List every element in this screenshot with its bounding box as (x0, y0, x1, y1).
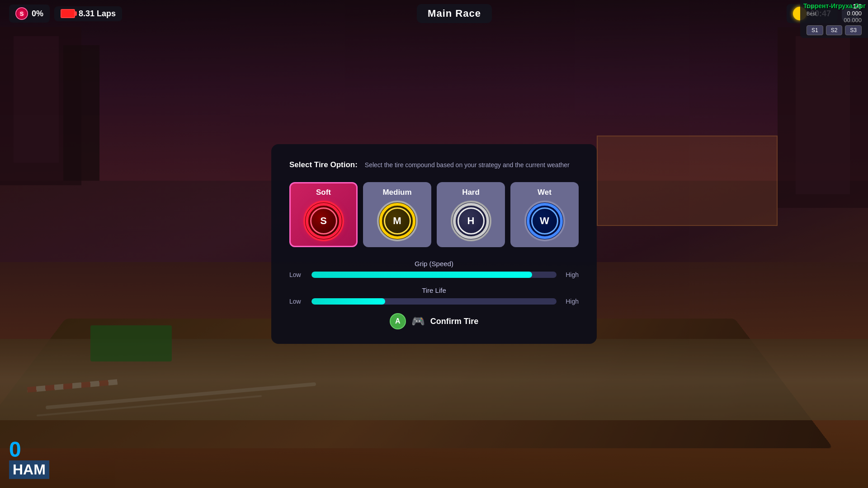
tire-s-letter: S (20, 10, 24, 17)
tire-life-label: Tire Life (289, 286, 579, 294)
best-time: 0.000 (847, 10, 862, 17)
modal-title: Select Tire Option: (289, 160, 358, 169)
tire-selection-modal: Select Tire Option: Select the tire comp… (271, 144, 597, 344)
race-mode-label: Main Race (417, 4, 492, 23)
tire-life-low-label: Low (289, 298, 305, 305)
tire-wet-icon: W (524, 201, 565, 241)
tire-life-bar-track (311, 298, 557, 305)
driver-info: 0 HAM (9, 439, 49, 479)
hud-top-bar: S 0% 8.31 Laps Main Race 00:47 ☁ (0, 0, 868, 27)
watermark: Торрент-Игруха.Орг (803, 2, 866, 9)
sector-2-btn: S2 (826, 25, 843, 35)
tire-options-container: Soft S Medium M Hard (289, 182, 579, 247)
sector-1-btn: S1 (807, 25, 823, 35)
tire-wet-label: Wet (538, 188, 552, 197)
confirm-section[interactable]: A 🎮 Confirm Tire (289, 313, 579, 329)
tire-soft-ring: S (306, 203, 342, 239)
confirm-controller-icon: 🎮 (411, 315, 425, 328)
tire-wet-letter: W (540, 215, 549, 227)
driver-name: HAM (9, 460, 49, 479)
grip-stat-row: Grip (Speed) Low High (289, 260, 579, 278)
sector-3-btn: S3 (845, 25, 862, 35)
tire-soft-label: Soft (316, 188, 331, 197)
tire-medium-icon: M (377, 201, 418, 241)
tire-option-soft[interactable]: Soft S (289, 182, 358, 247)
stats-section: Grip (Speed) Low High Tire Life Low (289, 260, 579, 305)
laps-indicator: 8.31 Laps (54, 6, 122, 21)
modal-subtitle: Select the tire compound based on your s… (365, 161, 570, 169)
tire-s-icon: S (15, 7, 28, 20)
tire-hard-letter: H (467, 215, 475, 227)
tire-soft-letter: S (320, 215, 327, 227)
tire-percentage: 0% (32, 9, 43, 19)
tire-life-bar-fill (311, 298, 385, 305)
confirm-label: Confirm Tire (430, 317, 479, 326)
grip-high-label: High (563, 271, 579, 278)
modal-overlay: Select Tire Option: Select the tire comp… (0, 0, 868, 488)
hud-left-section: S 0% 8.31 Laps (9, 5, 122, 23)
tire-hard-icon: H (451, 201, 491, 241)
battery-icon (61, 9, 75, 18)
best-time-full: 00.000 (844, 17, 862, 23)
grip-bar-track (311, 272, 557, 278)
tire-hard-ring: H (453, 203, 489, 239)
tire-option-hard[interactable]: Hard H (437, 182, 505, 247)
grip-label: Grip (Speed) (289, 260, 579, 267)
tire-soft-icon: S (303, 201, 344, 241)
tire-medium-ring: M (379, 203, 415, 239)
tire-medium-label: Medium (382, 188, 411, 197)
driver-position: 0 (9, 439, 49, 460)
confirm-a-button[interactable]: A (390, 313, 406, 329)
tire-life-bar-container: Low High (289, 298, 579, 305)
modal-header: Select Tire Option: Select the tire comp… (289, 160, 579, 169)
tire-option-medium[interactable]: Medium M (363, 182, 431, 247)
tire-life-stat-row: Tire Life Low High (289, 286, 579, 305)
tire-indicator: S 0% (9, 5, 50, 23)
tire-life-high-label: High (563, 298, 579, 305)
grip-bar-container: Low High (289, 271, 579, 278)
tire-medium-letter: M (393, 215, 401, 227)
tire-option-wet[interactable]: Wet W (510, 182, 579, 247)
sector-buttons: S1 S2 S3 (807, 25, 862, 35)
grip-low-label: Low (289, 271, 305, 278)
tire-wet-ring: W (527, 203, 563, 239)
tire-hard-label: Hard (462, 188, 480, 197)
grip-bar-fill (311, 272, 532, 278)
best-label: Best (807, 11, 816, 16)
laps-value: 8.31 Laps (79, 9, 116, 19)
